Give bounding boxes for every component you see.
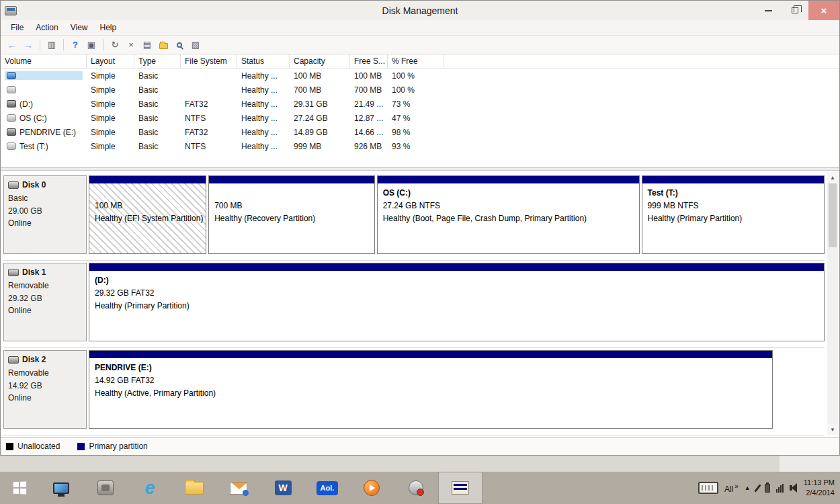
partition-status: Healthy (EFI System Partition) <box>95 212 200 225</box>
scrollbar-track[interactable] <box>827 183 838 424</box>
start-button[interactable] <box>0 472 39 504</box>
volume-file-system: NTFS <box>181 114 237 123</box>
menu-action[interactable]: Action <box>30 21 64 34</box>
volume-speaker-icon[interactable] <box>790 485 792 491</box>
volume-status: Healthy ... <box>237 85 290 95</box>
column-header-pct-free[interactable]: % Free <box>388 54 444 68</box>
properties-icon[interactable]: ▤ <box>140 38 155 52</box>
partition-color-band <box>89 176 206 183</box>
pen-icon[interactable] <box>754 484 761 492</box>
disk-name: Disk 2 <box>22 355 46 364</box>
vertical-scrollbar[interactable]: ▲ ▼ <box>827 172 838 435</box>
show-hidden-icons-button[interactable]: ▲ <box>745 485 751 491</box>
volume-row-efi[interactable]: Simple Basic Healthy ... 100 MB 100 MB 1… <box>1 69 839 83</box>
disk-panel-2[interactable]: Disk 2 Removable 14.92 GB Online <box>3 350 87 429</box>
partition-d[interactable]: (D:) 29.32 GB FAT32 Healthy (Primary Par… <box>89 263 825 341</box>
column-header-volume[interactable]: Volume <box>1 54 87 68</box>
console-window-icon[interactable]: ▣ <box>84 38 99 52</box>
volume-row-pendrive-e[interactable]: PENDRIVE (E:) Simple Basic FAT32 Healthy… <box>1 125 839 139</box>
show-console-tree-icon[interactable]: ▥ <box>44 38 59 52</box>
help-icon[interactable]: ? <box>68 38 83 52</box>
disk-panel-0[interactable]: Disk 0 Basic 29.00 GB Online <box>3 175 87 254</box>
disk-icon <box>8 181 19 189</box>
taskbar-disk-management-button[interactable] <box>438 472 482 504</box>
taskbar-aol-button[interactable]: Aol. <box>305 472 349 504</box>
column-header-status[interactable]: Status <box>237 54 290 68</box>
minimize-button[interactable] <box>755 1 782 20</box>
battery-icon[interactable] <box>765 484 770 493</box>
forward-icon[interactable]: → <box>21 38 36 52</box>
scrollbar-thumb[interactable] <box>829 183 837 247</box>
disk-panel-1[interactable]: Disk 1 Removable 29.32 GB Online <box>3 263 87 341</box>
find-icon[interactable] <box>172 38 187 52</box>
taskbar-disk-utility-button[interactable] <box>394 472 438 504</box>
partition-efi[interactable]: 100 MB Healthy (EFI System Partition) <box>89 175 206 254</box>
column-header-capacity[interactable]: Capacity <box>290 54 350 68</box>
column-header-layout[interactable]: Layout <box>87 54 134 68</box>
disk-status: Online <box>8 392 82 405</box>
scroll-up-icon[interactable]: ▲ <box>827 172 838 183</box>
volume-row-d[interactable]: (D:) Simple Basic FAT32 Healthy ... 29.3… <box>1 97 839 111</box>
menu-view[interactable]: View <box>65 21 94 34</box>
volume-type: Basic <box>134 99 181 109</box>
media-player-icon <box>364 480 380 496</box>
toolbar-separator <box>40 39 40 50</box>
taskbar-utility-button[interactable] <box>83 472 128 504</box>
taskbar-internet-explorer-button[interactable]: e <box>128 472 172 504</box>
volume-row-os-c[interactable]: OS (C:) Simple Basic NTFS Healthy ... 27… <box>1 111 839 125</box>
partition-os-c[interactable]: OS (C:) 27.24 GB NTFS Healthy (Boot, Pag… <box>377 175 640 254</box>
disk-type: Removable <box>8 280 82 292</box>
disk-size: 14.92 GB <box>8 380 82 392</box>
open-folder-icon[interactable] <box>156 38 171 52</box>
column-header-type[interactable]: Type <box>134 54 181 68</box>
volume-capacity: 27.24 GB <box>290 114 350 123</box>
menu-file[interactable]: File <box>5 21 30 34</box>
partition-pendrive-e[interactable]: PENDRIVE (E:) 14.92 GB FAT32 Healthy (Ac… <box>89 350 773 429</box>
column-header-file-system[interactable]: File System <box>181 54 237 68</box>
network-icon[interactable] <box>776 484 784 493</box>
maximize-button[interactable] <box>782 1 808 20</box>
refresh-icon[interactable]: ↻ <box>108 38 122 52</box>
screen: Disk Management × File Action View Help … <box>0 0 840 504</box>
snap-in-icon[interactable]: ▨ <box>188 38 203 52</box>
tray-all-label: All <box>724 485 733 494</box>
utility-app-icon <box>97 480 114 495</box>
partition-status: Healthy (Primary Partition) <box>648 212 818 225</box>
desktop-highlight <box>780 456 840 472</box>
primary-partition-swatch-icon <box>77 443 85 450</box>
partition-name <box>95 187 200 200</box>
toolbar-separator <box>103 39 103 50</box>
volume-row-recovery[interactable]: Simple Basic Healthy ... 700 MB 700 MB 1… <box>1 83 839 97</box>
partition-test-t[interactable]: Test (T:) 999 MB NTFS Healthy (Primary P… <box>642 175 825 254</box>
taskbar-media-player-button[interactable] <box>349 472 394 504</box>
volume-status: Healthy ... <box>237 142 290 151</box>
titlebar: Disk Management × <box>1 1 839 20</box>
scroll-down-icon[interactable]: ▼ <box>827 424 838 435</box>
partition-recovery[interactable]: 700 MB Healthy (Recovery Partition) <box>208 175 374 254</box>
volume-file-system: FAT32 <box>181 128 237 137</box>
disk-status: Online <box>8 217 82 230</box>
clock[interactable]: 11:13 PM 2/4/2014 <box>804 478 835 498</box>
delete-icon[interactable]: × <box>124 38 138 52</box>
taskbar-word-button[interactable]: W <box>261 472 305 504</box>
disk-utility-icon <box>409 480 423 495</box>
tray-all-button[interactable]: All» <box>724 482 739 494</box>
close-button[interactable]: × <box>808 1 839 20</box>
disk-size: 29.32 GB <box>8 292 82 305</box>
touch-keyboard-icon[interactable] <box>698 482 718 494</box>
desktop[interactable] <box>0 456 840 472</box>
partition-name: Test (T:) <box>648 187 818 200</box>
volume-capacity: 700 MB <box>290 85 350 95</box>
back-icon[interactable]: ← <box>5 38 19 52</box>
menu-help[interactable]: Help <box>94 21 123 34</box>
taskbar-mail-button[interactable] <box>216 472 261 504</box>
volume-icon <box>7 142 16 150</box>
partition-color-band <box>89 263 824 271</box>
volume-name: OS (C:) <box>19 114 47 123</box>
volume-capacity: 999 MB <box>290 142 350 151</box>
taskbar-computer-button[interactable] <box>39 472 83 504</box>
volume-free-space: 12.87 ... <box>350 114 388 123</box>
column-header-free-space[interactable]: Free S... <box>350 54 388 68</box>
taskbar-file-explorer-button[interactable] <box>172 472 216 504</box>
volume-row-test-t[interactable]: Test (T:) Simple Basic NTFS Healthy ... … <box>1 139 839 153</box>
